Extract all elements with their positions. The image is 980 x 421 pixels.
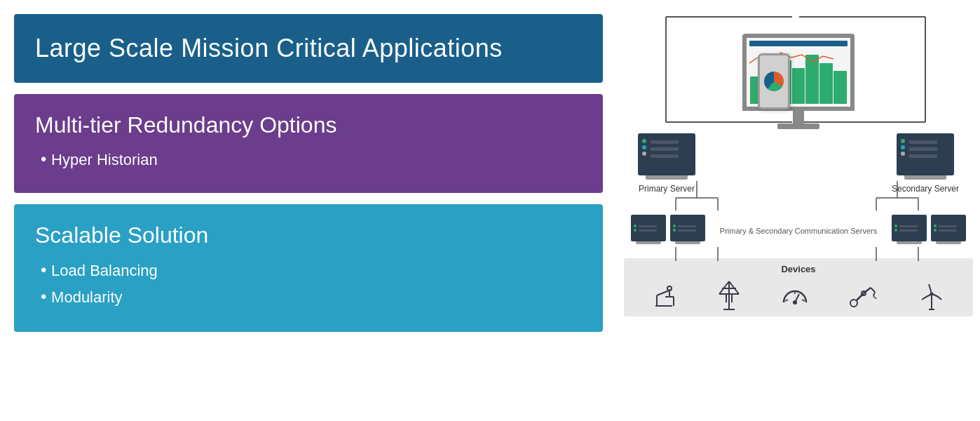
- comm-dots-1: [634, 225, 637, 232]
- dot-gray-2: [901, 152, 905, 156]
- server-line-2b: [909, 147, 937, 151]
- comm-stand-1: [636, 241, 661, 244]
- architecture-diagram: Primary Server Secondary Ser: [624, 133, 973, 316]
- comm-server-4: [931, 215, 966, 244]
- secondary-server-unit: Secondary Server: [892, 133, 959, 194]
- comm-dot-4: [934, 229, 937, 232]
- comm-server-box-4: [931, 215, 966, 241]
- oil-pump-icon: [650, 281, 679, 309]
- phone-overlay: [758, 53, 790, 109]
- power-tower-icon: [716, 280, 742, 311]
- comm-right-servers: [892, 215, 966, 244]
- comm-line-4: [939, 225, 957, 227]
- server-line-2c: [909, 154, 937, 158]
- comm-stand-4: [936, 241, 961, 244]
- devices-title: Devices: [631, 264, 966, 274]
- chart-title-bar: [749, 41, 848, 46]
- comm-left-servers: [631, 215, 705, 244]
- card3-list: Load Balancing Modularity: [35, 257, 582, 311]
- svg-point-40: [850, 300, 857, 307]
- gauge-icon: [780, 281, 810, 309]
- card-mission-critical: Large Scale Mission Critical Application…: [14, 14, 603, 83]
- card1-title: Large Scale Mission Critical Application…: [35, 34, 582, 63]
- comm-server-1: [631, 215, 666, 244]
- dot-blue-2: [901, 145, 905, 149]
- comm-server-3: [892, 215, 927, 244]
- list-item-hyper-historian: Hyper Historian: [41, 147, 582, 172]
- server-line: [651, 147, 679, 151]
- comm-dots-3: [894, 225, 897, 232]
- server-line-2a: [909, 140, 937, 144]
- comm-dot-3: [894, 225, 897, 227]
- secondary-server-label: Secondary Server: [892, 184, 959, 194]
- dot-green: [642, 139, 646, 143]
- dot-gray: [642, 152, 646, 156]
- comm-lines-3: [899, 225, 918, 232]
- comm-line-2: [678, 225, 696, 227]
- comm-lines-1: [639, 225, 657, 232]
- comm-dot: [634, 229, 637, 232]
- comm-line-4: [939, 229, 957, 232]
- server-dots-2: [901, 139, 905, 156]
- left-panel: Large Scale Mission Critical Application…: [0, 0, 617, 421]
- comm-dot-2: [673, 229, 676, 232]
- monitor-base: [777, 123, 819, 129]
- list-item-modularity: Modularity: [41, 283, 582, 310]
- comm-lines-4: [939, 225, 957, 232]
- comm-stand-2: [675, 241, 700, 244]
- wind-turbine-icon: [916, 280, 947, 311]
- svg-line-42: [864, 288, 871, 293]
- svg-line-44: [871, 288, 875, 292]
- comm-dot-4: [934, 225, 937, 227]
- comm-server-box-2: [670, 215, 705, 241]
- comm-dot: [634, 225, 637, 227]
- card3-title: Scalable Solution: [35, 222, 582, 248]
- svg-line-46: [873, 296, 876, 299]
- dot-green-2: [901, 139, 905, 143]
- comm-server-box-3: [892, 215, 927, 241]
- comm-line-3: [899, 225, 918, 227]
- right-panel: Primary Server Secondary Ser: [617, 0, 980, 421]
- comm-server-2: [670, 215, 705, 244]
- comm-dot-2: [673, 225, 676, 227]
- comm-dot-3: [894, 229, 897, 232]
- pie-chart: [764, 72, 784, 91]
- monitor-section: [624, 10, 973, 129]
- comm-dots-4: [934, 225, 937, 232]
- comm-dots-2: [673, 225, 676, 232]
- card2-title: Multi-tier Redundancy Options: [35, 112, 582, 138]
- devices-section: Devices: [624, 258, 973, 316]
- comm-server-box-1: [631, 215, 666, 241]
- comm-line-3: [899, 229, 918, 232]
- svg-line-36: [795, 294, 799, 302]
- devices-icons: [631, 280, 966, 311]
- comm-row: Primary & Secondary Communication Server…: [624, 215, 973, 244]
- svg-line-37: [785, 300, 788, 301]
- server-lines-2: [909, 140, 937, 158]
- comm-lines-2: [678, 225, 696, 232]
- robot-arm-icon: [848, 281, 879, 310]
- primary-server-unit: Primary Server: [638, 133, 695, 194]
- svg-line-45: [873, 292, 875, 296]
- comm-stand-3: [897, 241, 922, 244]
- server-line: [651, 154, 679, 158]
- primary-server-box: [638, 133, 695, 175]
- card2-list: Hyper Historian: [35, 147, 582, 172]
- primary-server-label: Primary Server: [639, 184, 695, 194]
- dot-blue: [642, 145, 646, 149]
- server-lines: [651, 140, 679, 158]
- comm-line: [639, 229, 657, 232]
- monitor-wrap: [742, 17, 855, 129]
- card-redundancy: Multi-tier Redundancy Options Hyper Hist…: [14, 94, 603, 193]
- svg-point-26: [667, 286, 672, 290]
- server-line: [651, 140, 679, 144]
- secondary-server-box: [897, 133, 954, 175]
- server-dots: [642, 139, 646, 156]
- server-stand-2: [904, 175, 946, 180]
- comm-line: [639, 225, 657, 227]
- comm-center-label: Primary & Secondary Communication Server…: [706, 226, 891, 236]
- monitor-neck: [793, 111, 804, 123]
- svg-line-38: [802, 300, 805, 301]
- servers-row: Primary Server Secondary Ser: [624, 133, 973, 194]
- server-stand: [646, 175, 688, 180]
